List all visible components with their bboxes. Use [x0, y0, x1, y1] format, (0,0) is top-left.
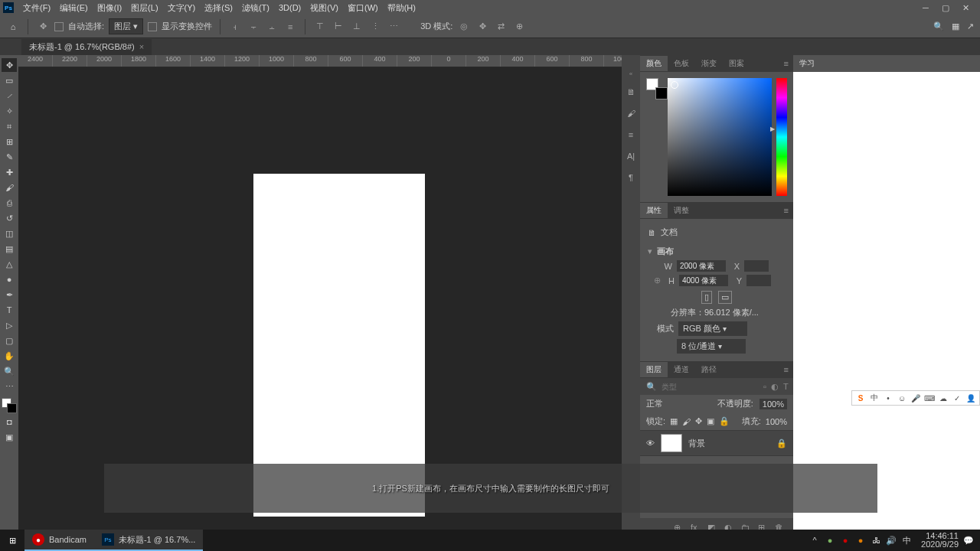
tray-up-icon[interactable]: ^ [809, 535, 820, 546]
width-input[interactable] [677, 260, 726, 272]
hue-slider[interactable] [776, 78, 787, 196]
stamp-tool[interactable]: ⎙ [2, 196, 17, 210]
adjustments-tab[interactable]: 调整 [668, 203, 695, 218]
distribute-v-icon[interactable]: ⋮ [368, 20, 382, 34]
menu-item[interactable]: 图像(I) [93, 2, 126, 14]
filter-pixel-icon[interactable]: ▫ [763, 381, 766, 392]
learn-tab[interactable]: 学习 [793, 56, 821, 71]
3d-pan-icon[interactable]: ✥ [475, 20, 489, 34]
edit-toolbar[interactable]: ⋯ [2, 380, 17, 393]
path-tool[interactable]: ▷ [2, 318, 17, 332]
history-panel-icon[interactable]: 🗎 [624, 85, 638, 99]
height-input[interactable] [679, 275, 728, 286]
paths-tab[interactable]: 路径 [695, 362, 723, 377]
heal-tool[interactable]: ✚ [2, 165, 17, 179]
menu-item[interactable]: 3D(D) [274, 2, 305, 14]
tab-close-icon[interactable]: × [139, 42, 144, 51]
quickmask-tool[interactable]: ◘ [2, 415, 17, 429]
align-bottom-icon[interactable]: ⊥ [350, 20, 364, 34]
more-icon[interactable]: ⋯ [387, 20, 400, 34]
close-button[interactable]: ✕ [960, 3, 971, 13]
tray-app-icon[interactable]: ● [855, 535, 866, 546]
lock-all-icon[interactable]: 🔒 [719, 416, 730, 426]
align-left-icon[interactable]: ⫞ [228, 20, 242, 34]
align-center-icon[interactable]: ⫟ [247, 20, 260, 34]
eraser-tool[interactable]: ◫ [2, 227, 17, 240]
ime-punct[interactable]: • [883, 393, 893, 403]
x-input[interactable] [744, 260, 769, 272]
wand-tool[interactable]: ✧ [2, 104, 17, 118]
visibility-icon[interactable]: 👁 [646, 439, 655, 448]
menu-item[interactable]: 视图(V) [305, 2, 343, 14]
volume-icon[interactable]: 🔊 [886, 535, 897, 546]
brush-preset-icon[interactable]: ≡ [624, 128, 638, 142]
y-input[interactable] [746, 275, 771, 286]
minimize-button[interactable]: ─ [920, 3, 931, 13]
clock[interactable]: 14:46:11 2020/9/29 [921, 532, 959, 549]
paragraph-panel-icon[interactable]: ¶ [624, 171, 638, 184]
ime-voice[interactable]: 🎤 [910, 393, 921, 403]
workspace-icon[interactable]: ▦ [952, 21, 959, 31]
taskbar-bandicam[interactable]: ● Bandicam [24, 530, 94, 551]
brush-panel-icon[interactable]: 🖌 [624, 106, 638, 120]
3d-slide-icon[interactable]: ⇄ [494, 20, 508, 34]
record-icon[interactable]: ● [840, 535, 851, 546]
lasso-tool[interactable]: ⟋ [2, 89, 17, 103]
panel-menu-icon[interactable]: ≡ [784, 59, 793, 68]
portrait-icon[interactable]: ▯ [701, 291, 712, 304]
network-icon[interactable]: 🖧 [871, 535, 881, 546]
align-vmid-icon[interactable]: ⊢ [332, 20, 345, 34]
menu-item[interactable]: 选择(S) [200, 2, 237, 14]
landscape-icon[interactable]: ▭ [718, 291, 732, 304]
character-panel-icon[interactable]: A| [624, 149, 638, 163]
menu-item[interactable]: 图层(L) [126, 2, 162, 14]
layer-thumbnail[interactable] [661, 434, 682, 452]
crop-tool[interactable]: ⌗ [2, 119, 17, 133]
3d-zoom-icon[interactable]: ⊕ [512, 20, 526, 34]
color-mode-combo[interactable]: RGB 颜色 ▾ [678, 321, 747, 336]
menu-item[interactable]: 文件(F) [18, 2, 55, 14]
gradient-tool[interactable]: ▤ [2, 242, 17, 256]
channels-tab[interactable]: 通道 [668, 362, 695, 377]
history-brush-tool[interactable]: ↺ [2, 211, 17, 225]
move-tool[interactable]: ✥ [2, 58, 17, 72]
document-tab[interactable]: 未标题-1 @ 16.7%(RGB/8#) × [21, 39, 152, 55]
filter-icon[interactable]: 🔍 [646, 382, 657, 392]
foreground-background-swatch[interactable] [646, 78, 663, 95]
opacity-value[interactable]: 100% [760, 399, 787, 409]
auto-select-combo[interactable]: 图层 ▾ [109, 18, 143, 34]
auto-select-checkbox[interactable] [54, 22, 64, 31]
pen-tool[interactable]: ✒ [2, 288, 17, 302]
layer-background[interactable]: 👁 背景 🔒 [640, 430, 793, 456]
taskbar-photoshop[interactable]: Ps 未标题-1 @ 16.7%... [94, 530, 203, 551]
screenmode-tool[interactable]: ▣ [2, 430, 17, 444]
align-right-icon[interactable]: ⫠ [265, 20, 279, 34]
ime-toolbar[interactable]: S 中 • ☺ 🎤 ⌨ ☁ ✓ 👤 [851, 390, 980, 406]
search-icon[interactable]: 🔍 [933, 21, 944, 31]
marquee-tool[interactable]: ▭ [2, 73, 17, 87]
menu-item[interactable]: 窗口(W) [343, 2, 383, 14]
distribute-icon[interactable]: ≡ [283, 20, 297, 34]
sogou-icon[interactable]: S [855, 393, 866, 403]
ime-cloud[interactable]: ☁ [938, 393, 949, 403]
patterns-tab[interactable]: 图案 [723, 56, 750, 71]
bit-depth-combo[interactable]: 8 位/通道 ▾ [677, 339, 746, 354]
ime-check[interactable]: ✓ [952, 393, 962, 403]
maximize-button[interactable]: ▢ [940, 3, 951, 13]
layer-filter-input[interactable] [662, 383, 759, 391]
filter-type-icon[interactable]: T [783, 381, 789, 392]
swatches-tab[interactable]: 色板 [668, 56, 695, 71]
ime-tray-icon[interactable]: 中 [901, 535, 912, 546]
link-icon[interactable]: ⊕ [654, 276, 661, 285]
show-transform-checkbox[interactable] [148, 22, 157, 31]
ime-user[interactable]: 👤 [965, 393, 976, 403]
frame-tool[interactable]: ⊞ [2, 135, 17, 148]
properties-tab[interactable]: 属性 [640, 203, 668, 218]
filter-adjust-icon[interactable]: ◐ [771, 381, 779, 392]
ime-lang[interactable]: 中 [869, 393, 880, 403]
panel-menu-icon[interactable]: ≡ [784, 206, 793, 215]
ime-emoji[interactable]: ☺ [897, 393, 907, 403]
zoom-tool[interactable]: 🔍 [2, 364, 17, 378]
wechat-icon[interactable]: ● [825, 535, 835, 546]
hand-tool[interactable]: ✋ [2, 349, 17, 363]
